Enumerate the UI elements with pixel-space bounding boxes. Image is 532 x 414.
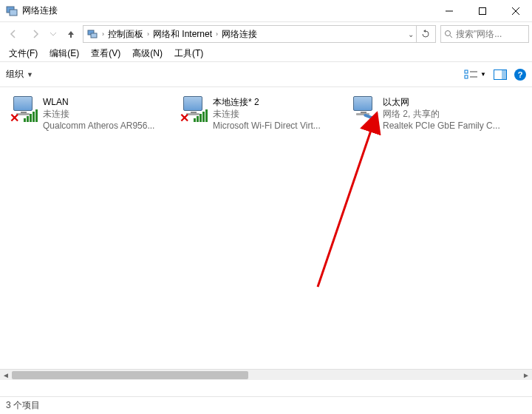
forward-button[interactable] [25,24,46,44]
connection-status: 未连接 [213,108,321,120]
adapter-icon: ✕ [7,96,38,127]
recent-dropdown[interactable] [47,24,59,44]
maximize-button[interactable] [466,0,499,21]
svg-point-8 [446,31,451,36]
adapter-icon: ✕ [177,96,208,127]
chevron-right-icon: › [145,30,151,38]
signal-bars-icon [24,109,38,122]
svg-rect-3 [479,7,485,14]
menu-advanced[interactable]: 高级(N) [126,47,168,60]
content-area: ✕ WLAN 未连接 Qualcomm Atheros AR956... ✕ 本… [0,87,532,398]
adapter-icon [347,96,378,127]
connection-item-local[interactable]: ✕ 本地连接* 2 未连接 Microsoft Wi-Fi Direct Vir… [173,93,343,135]
titlebar: 网络连接 [0,0,532,22]
svg-rect-11 [465,75,468,78]
connection-list: ✕ WLAN 未连接 Qualcomm Atheros AR956... ✕ 本… [0,87,532,140]
organize-button[interactable]: 组织 ▼ [6,68,33,81]
up-button[interactable] [61,24,81,44]
svg-rect-1 [10,10,17,16]
refresh-button[interactable] [416,26,434,42]
chevron-right-icon: › [100,30,106,38]
connection-adapter: Realtek PCIe GbE Family C... [383,120,500,132]
minimize-button[interactable] [432,0,466,21]
toolbar: 组织 ▼ ▼ ? [0,62,532,87]
menu-tools[interactable]: 工具(T) [168,47,209,60]
horizontal-scrollbar[interactable]: ◄ ► [0,369,532,380]
chevron-down-icon: ▼ [27,71,33,78]
scroll-left-icon[interactable]: ◄ [0,370,12,381]
scrollbar-thumb[interactable] [12,371,248,379]
svg-rect-7 [91,33,97,38]
connection-name: 以太网 [383,96,500,108]
plug-icon [372,117,377,121]
item-count: 3 个项目 [6,399,40,412]
connection-adapter: Microsoft Wi-Fi Direct Virt... [213,120,321,132]
scroll-right-icon[interactable]: ► [520,370,532,381]
connection-item-ethernet[interactable]: 以太网 网络 2, 共享的 Realtek PCIe GbE Family C.… [343,93,513,135]
connection-status: 未连接 [43,108,154,120]
disconnected-x-icon: ✕ [10,112,19,124]
breadcrumb-segment[interactable]: 控制面板 [106,28,145,41]
svg-line-9 [450,35,452,38]
connection-name: WLAN [43,96,154,108]
disconnected-x-icon: ✕ [180,112,189,124]
menubar: 文件(F) 编辑(E) 查看(V) 高级(N) 工具(T) [0,46,532,62]
chevron-down-icon: ▼ [480,71,486,78]
address-bar: › 控制面板 › 网络和 Internet › 网络连接 ⌄ 搜索"网络... [0,22,532,46]
close-button[interactable] [499,0,532,21]
svg-rect-15 [502,69,507,79]
back-button[interactable] [3,24,24,44]
connection-item-wlan[interactable]: ✕ WLAN 未连接 Qualcomm Atheros AR956... [3,93,173,135]
menu-file[interactable]: 文件(F) [3,47,44,60]
preview-pane-button[interactable] [494,69,507,80]
help-button[interactable]: ? [514,69,526,81]
menu-edit[interactable]: 编辑(E) [44,47,85,60]
search-icon [444,30,453,38]
breadcrumb-segment[interactable]: 网络连接 [220,28,259,41]
connection-name: 本地连接* 2 [213,96,321,108]
breadcrumb-segment[interactable]: 网络和 Internet [151,28,214,41]
view-mode-button[interactable]: ▼ [464,69,486,81]
connection-status: 网络 2, 共享的 [383,108,500,120]
window-title: 网络连接 [22,4,432,17]
statusbar: 3 个项目 [0,396,532,414]
control-panel-icon [86,28,98,40]
address-dropdown-icon[interactable]: ⌄ [406,30,416,38]
connection-adapter: Qualcomm Atheros AR956... [43,120,154,132]
preview-icon [494,69,507,80]
app-icon [6,5,18,17]
view-icon [464,69,479,81]
organize-label: 组织 [6,68,24,81]
svg-rect-10 [465,70,468,73]
address-field[interactable]: › 控制面板 › 网络和 Internet › 网络连接 ⌄ [83,25,436,43]
search-input[interactable]: 搜索"网络... [440,25,529,43]
menu-view[interactable]: 查看(V) [85,47,126,60]
signal-bars-icon [194,109,208,122]
search-placeholder: 搜索"网络... [456,28,502,41]
chevron-right-icon: › [214,30,220,38]
